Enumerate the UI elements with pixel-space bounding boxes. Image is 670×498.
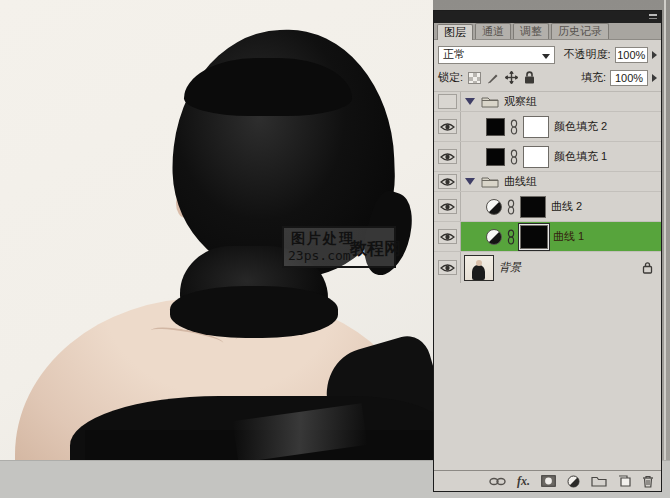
fill-layer-thumbnail[interactable] xyxy=(486,148,505,166)
delete-layer-icon[interactable] xyxy=(642,475,654,488)
layer-row[interactable]: 曲线 2 xyxy=(434,192,661,222)
eye-icon xyxy=(440,177,455,187)
lock-pixels-brush-icon[interactable] xyxy=(487,72,499,84)
eye-icon xyxy=(440,232,455,242)
layer-mask-thumbnail[interactable] xyxy=(523,146,549,168)
curves-adjustment-icon[interactable] xyxy=(486,199,502,215)
tab-channels[interactable]: 通道 xyxy=(475,23,511,39)
layer-name[interactable]: 曲线 2 xyxy=(551,199,582,214)
mask-link-icon[interactable] xyxy=(507,229,515,245)
fill-input[interactable]: 100% xyxy=(610,70,648,86)
mask-link-icon[interactable] xyxy=(510,119,518,135)
visibility-empty-box[interactable] xyxy=(438,94,457,109)
layer-name[interactable]: 曲线 1 xyxy=(553,229,584,244)
fill-slider-arrow-icon[interactable] xyxy=(652,74,657,82)
lock-position-move-icon[interactable] xyxy=(505,71,518,84)
lock-all-padlock-icon[interactable] xyxy=(524,71,535,84)
adjustment-layer-icon[interactable] xyxy=(567,475,580,488)
add-mask-icon[interactable] xyxy=(541,475,556,487)
visibility-toggle[interactable] xyxy=(434,92,461,111)
visibility-toggle[interactable] xyxy=(434,252,461,283)
visibility-toggle[interactable] xyxy=(434,142,461,171)
lock-transparency-icon[interactable] xyxy=(468,72,481,84)
panel-collapse-icon[interactable] xyxy=(649,14,657,19)
opacity-label: 不透明度: xyxy=(563,47,610,62)
tab-layers[interactable]: 图层 xyxy=(437,24,473,40)
tab-history[interactable]: 历史记录 xyxy=(551,23,609,39)
link-layers-icon[interactable] xyxy=(489,477,506,486)
layer-row-selected[interactable]: 曲线 1 xyxy=(434,222,661,252)
folder-icon xyxy=(481,175,499,188)
eye-icon xyxy=(440,202,455,212)
watermark-url: 23ps.com xyxy=(288,248,351,263)
blend-mode-value: 正常 xyxy=(443,47,465,62)
layer-mask-thumbnail[interactable] xyxy=(520,225,548,249)
fill-layer-thumbnail[interactable] xyxy=(486,118,505,136)
eye-icon xyxy=(440,152,455,162)
layer-row-group[interactable]: 观察组 xyxy=(434,92,661,112)
visibility-toggle[interactable] xyxy=(434,172,461,191)
layer-row[interactable]: 颜色填充 1 xyxy=(434,142,661,172)
visibility-toggle[interactable] xyxy=(434,192,461,221)
layer-controls: 正常 不透明度: 100% 锁定: xyxy=(434,40,661,92)
curves-adjustment-icon[interactable] xyxy=(486,229,502,245)
layer-row-background[interactable]: 背景 xyxy=(434,252,661,283)
panel-tabstrip: 图层 通道 调整 历史记录 xyxy=(434,23,661,40)
layer-mask-thumbnail[interactable] xyxy=(523,116,549,138)
layer-name[interactable]: 颜色填充 2 xyxy=(554,119,607,134)
visibility-toggle[interactable] xyxy=(434,222,461,251)
eye-icon xyxy=(440,122,455,132)
blend-mode-select[interactable]: 正常 xyxy=(438,46,555,64)
lock-label: 锁定: xyxy=(438,70,463,85)
folder-icon xyxy=(481,95,499,108)
background-layer-thumbnail[interactable] xyxy=(464,255,494,281)
layer-name[interactable]: 观察组 xyxy=(504,94,537,109)
workspace-divider xyxy=(664,0,666,498)
new-group-icon[interactable] xyxy=(591,475,607,487)
group-expand-triangle-icon[interactable] xyxy=(465,178,475,185)
layer-style-icon[interactable]: fx. xyxy=(517,474,530,489)
watermark-box: 图片处理 23ps.com 教程网 xyxy=(282,226,396,268)
opacity-input[interactable]: 100% xyxy=(615,47,648,63)
fill-label: 填充: xyxy=(581,70,606,85)
opacity-value: 100% xyxy=(617,49,645,61)
mask-link-icon[interactable] xyxy=(507,199,515,215)
layers-panel: 图层 通道 调整 历史记录 正常 不透明度: 100% 锁定: xyxy=(433,10,662,492)
layer-row[interactable]: 颜色填充 2 xyxy=(434,112,661,142)
layer-list: 观察组 颜色填充 2 颜色填充 1 xyxy=(434,92,661,377)
panel-titlebar[interactable] xyxy=(434,11,661,23)
layer-list-empty-area xyxy=(434,377,661,471)
layer-row-group[interactable]: 曲线组 xyxy=(434,172,661,192)
opacity-slider-arrow-icon[interactable] xyxy=(652,51,657,59)
group-expand-triangle-icon[interactable] xyxy=(465,98,475,105)
layer-name[interactable]: 背景 xyxy=(499,260,521,275)
mask-link-icon[interactable] xyxy=(510,149,518,165)
fill-value: 100% xyxy=(615,72,643,84)
tab-adjustments[interactable]: 调整 xyxy=(513,23,549,39)
layer-name[interactable]: 曲线组 xyxy=(504,174,537,189)
new-layer-icon[interactable] xyxy=(618,475,631,487)
watermark-text: 图片处理 xyxy=(291,230,355,248)
background-lock-icon xyxy=(642,261,653,274)
chevron-down-icon xyxy=(542,54,550,59)
visibility-toggle[interactable] xyxy=(434,112,461,141)
photo-neck-scarf xyxy=(170,286,338,338)
eye-icon xyxy=(440,263,455,273)
layer-name[interactable]: 颜色填充 1 xyxy=(554,149,607,164)
watermark-text: 教程网 xyxy=(350,237,401,260)
layer-mask-thumbnail[interactable] xyxy=(520,196,546,218)
panel-toolbar: fx. xyxy=(434,470,661,491)
